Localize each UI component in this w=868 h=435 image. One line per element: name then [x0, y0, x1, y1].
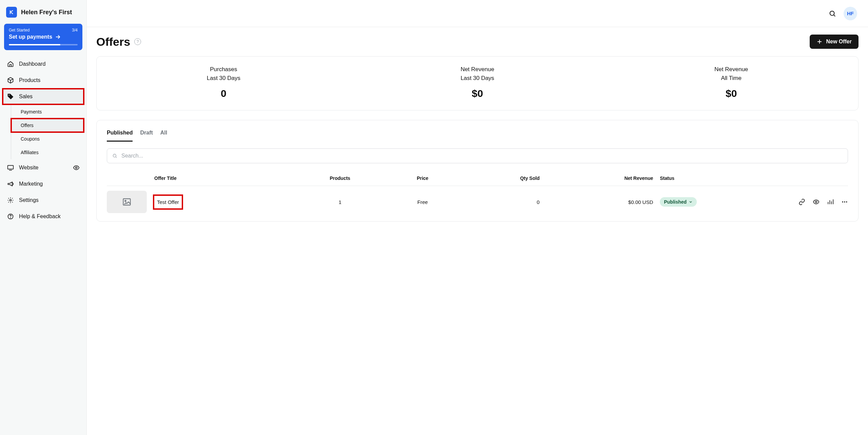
stat-sub: All Time — [604, 75, 858, 82]
new-offer-label: New Offer — [826, 39, 852, 45]
brand-logo — [6, 7, 17, 18]
tag-icon — [7, 93, 14, 100]
tab-all[interactable]: All — [160, 130, 167, 142]
svg-point-7 — [113, 154, 116, 157]
row-actions — [773, 199, 848, 205]
nav-label: Marketing — [19, 181, 43, 187]
nav-label: Settings — [19, 197, 39, 203]
svg-point-12 — [844, 201, 845, 202]
stat-value: $0 — [351, 88, 605, 99]
stat-value: 0 — [97, 88, 351, 99]
stat-net-revenue-all: Net Revenue All Time $0 — [604, 66, 858, 99]
svg-point-11 — [842, 201, 843, 202]
get-started-action: Set up payments — [9, 34, 52, 40]
svg-point-5 — [11, 218, 11, 218]
page-head: Offers ? New Offer — [96, 35, 859, 49]
tab-draft[interactable]: Draft — [140, 130, 153, 142]
more-icon[interactable] — [841, 199, 848, 205]
svg-point-3 — [10, 200, 12, 201]
svg-point-6 — [830, 11, 834, 15]
get-started-progress: 3/4 — [72, 28, 78, 33]
home-icon — [7, 60, 14, 68]
table-head: Offer Title Products Price Qty Sold Net … — [107, 172, 848, 186]
box-icon — [7, 77, 14, 84]
eye-icon[interactable] — [73, 164, 80, 171]
topbar: HF — [87, 0, 868, 27]
search-wrap — [107, 148, 848, 163]
nav-label: Sales — [19, 94, 33, 100]
chevron-down-icon — [689, 200, 693, 204]
stat-sub: Last 30 Days — [97, 75, 351, 82]
nav-label: Dashboard — [19, 61, 45, 67]
nav-label: Products — [19, 77, 40, 83]
main: HF Offers ? New Offer Purchases — [87, 0, 868, 435]
col-qty-sold: Qty Sold — [464, 175, 546, 181]
monitor-icon — [7, 164, 14, 171]
nav-website[interactable]: Website — [3, 160, 84, 175]
subnav-offers[interactable]: Offers — [11, 119, 84, 132]
nav-help[interactable]: Help & Feedback — [3, 209, 84, 224]
col-offer-title: Offer Title — [154, 175, 299, 181]
svg-rect-1 — [8, 165, 14, 169]
nav-settings[interactable]: Settings — [3, 192, 84, 208]
help-icon — [7, 213, 14, 220]
cell-price: Free — [381, 199, 464, 205]
cell-products: 1 — [299, 199, 381, 205]
col-status: Status — [660, 175, 773, 181]
status-badge[interactable]: Published — [660, 197, 697, 207]
table-row[interactable]: Test Offer 1 Free 0 $0.00 USD Published — [107, 186, 848, 218]
search-icon[interactable] — [829, 10, 836, 17]
get-started-label: Get Started — [9, 28, 29, 33]
stat-title: Net Revenue — [604, 66, 858, 73]
tab-published[interactable]: Published — [107, 130, 133, 142]
avatar[interactable]: HF — [844, 7, 857, 20]
stat-title: Purchases — [97, 66, 351, 73]
arrow-right-icon — [55, 34, 61, 40]
search-input[interactable] — [107, 148, 848, 163]
stat-title: Net Revenue — [351, 66, 605, 73]
nav-dashboard[interactable]: Dashboard — [3, 56, 84, 72]
gear-icon — [7, 196, 14, 204]
stat-value: $0 — [604, 88, 858, 99]
svg-point-10 — [815, 201, 817, 203]
subnav-coupons[interactable]: Coupons — [11, 132, 84, 146]
help-circle-icon[interactable]: ? — [134, 38, 141, 45]
link-icon[interactable] — [798, 199, 805, 205]
site-title: Helen Frey's First — [21, 9, 72, 16]
brand[interactable]: Helen Frey's First — [3, 4, 84, 22]
eye-icon[interactable] — [813, 199, 820, 205]
cell-net-revenue: $0.00 USD — [546, 199, 660, 205]
nav: Dashboard Products Sales Payments Offers… — [3, 56, 84, 224]
nav-label: Help & Feedback — [19, 213, 61, 220]
megaphone-icon — [7, 180, 14, 188]
subnav-payments[interactable]: Payments — [11, 105, 84, 119]
nav-sales[interactable]: Sales — [3, 89, 84, 104]
offers-card: Published Draft All Offer Title Products — [96, 120, 859, 222]
get-started-card[interactable]: Get Started 3/4 Set up payments — [4, 24, 82, 50]
svg-point-9 — [125, 200, 126, 202]
stat-sub: Last 30 Days — [351, 75, 605, 82]
search-icon — [112, 153, 117, 159]
bar-chart-icon[interactable] — [827, 199, 834, 205]
offer-thumbnail — [107, 191, 147, 213]
nav-products[interactable]: Products — [3, 72, 84, 88]
svg-point-13 — [846, 201, 847, 202]
svg-point-2 — [76, 167, 77, 169]
status-label: Published — [664, 199, 687, 205]
subnav-sales: Payments Offers Coupons Affiliates — [11, 105, 84, 159]
tabs: Published Draft All — [107, 130, 848, 142]
page-title: Offers — [96, 35, 130, 48]
new-offer-button[interactable]: New Offer — [810, 35, 859, 49]
cell-qty-sold: 0 — [464, 199, 546, 205]
col-net-revenue: Net Revenue — [546, 175, 660, 181]
sidebar: Helen Frey's First Get Started 3/4 Set u… — [0, 0, 87, 435]
svg-point-0 — [9, 95, 10, 96]
offer-title-cell[interactable]: Test Offer — [154, 196, 182, 208]
stat-net-revenue-30: Net Revenue Last 30 Days $0 — [351, 66, 605, 99]
stat-purchases: Purchases Last 30 Days 0 — [97, 66, 351, 99]
nav-marketing[interactable]: Marketing — [3, 176, 84, 192]
subnav-affiliates[interactable]: Affiliates — [11, 146, 84, 159]
col-price: Price — [381, 175, 464, 181]
stats-card: Purchases Last 30 Days 0 Net Revenue Las… — [96, 56, 859, 110]
col-products: Products — [299, 175, 381, 181]
